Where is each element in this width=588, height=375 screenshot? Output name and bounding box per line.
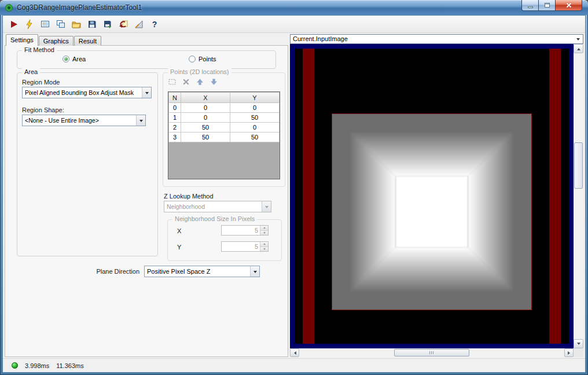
run-button[interactable]: [7, 17, 21, 31]
cell-row-index[interactable]: 3: [169, 133, 181, 142]
close-icon: [565, 2, 572, 8]
save-image-icon: [102, 19, 113, 30]
column-header-n[interactable]: N: [169, 93, 181, 103]
client-area: ? Settings Graphics Result Fit Method Ar…: [2, 15, 586, 373]
tab-graphics[interactable]: Graphics: [39, 36, 74, 46]
cell-x[interactable]: 50: [181, 123, 230, 133]
chevron-down-icon[interactable]: [136, 115, 145, 126]
image-source-combo[interactable]: Current.InputImage: [290, 34, 583, 44]
electric-icon: [24, 19, 35, 30]
execution-time: 3.998ms: [25, 362, 49, 369]
scroll-up-icon[interactable]: [574, 44, 583, 53]
titlebar[interactable]: Cog3DRangeImagePlaneEstimatorTool1: [0, 0, 588, 15]
tabstrip: Settings Graphics Result: [5, 34, 288, 46]
column-header-y[interactable]: Y: [230, 93, 280, 103]
area-group-label: Area: [22, 68, 40, 75]
tab-result[interactable]: Result: [74, 36, 101, 46]
range-plateau: [396, 177, 468, 247]
float-window-button[interactable]: [54, 17, 68, 31]
region-mode-combo[interactable]: Pixel Aligned Bounding Box Adjust Mask: [22, 87, 152, 98]
cell-y[interactable]: 0: [230, 103, 280, 113]
tab-settings[interactable]: Settings: [6, 34, 38, 46]
radio-points-label: Points: [199, 56, 216, 62]
plane-direction-combo[interactable]: Positive Pixel Space Z: [144, 266, 260, 277]
chevron-down-icon[interactable]: [142, 87, 151, 98]
points-table: N X Y 0 0 0: [168, 92, 280, 142]
neighborhood-x-value: 5: [222, 226, 260, 235]
cell-x[interactable]: 0: [181, 113, 230, 123]
plane-direction-label: Plane Direction: [79, 268, 139, 275]
range-stripe-right: [549, 49, 561, 344]
region-shape-value: <None - Use Entire Image>: [23, 115, 136, 126]
help-icon: ?: [152, 20, 157, 29]
neighborhood-x-label: X: [177, 227, 181, 234]
spin-up-icon[interactable]: [260, 242, 268, 247]
save-button[interactable]: [85, 17, 99, 31]
add-point-marquee-icon[interactable]: [168, 78, 177, 86]
cell-row-index[interactable]: 0: [169, 103, 181, 113]
window-title: Cog3DRangeImagePlaneEstimatorTool1: [17, 3, 142, 12]
save-icon: [87, 19, 97, 30]
scroll-left-icon[interactable]: [290, 348, 299, 357]
measure-button[interactable]: [132, 17, 146, 31]
spin-down-icon[interactable]: [260, 247, 268, 252]
spinner-buttons: [260, 242, 268, 251]
scrollbar-corner: [574, 348, 583, 357]
radio-points[interactable]: Points: [189, 56, 216, 62]
live-run-button[interactable]: [23, 17, 36, 31]
radio-area[interactable]: Area: [63, 56, 86, 62]
neighborhood-y-spinner[interactable]: 5: [221, 241, 269, 252]
move-up-icon[interactable]: [196, 78, 204, 86]
image-display-button[interactable]: [38, 17, 52, 31]
vertical-scrollbar[interactable]: [574, 44, 583, 348]
radio-area-label: Area: [72, 56, 86, 62]
cell-row-index[interactable]: 1: [169, 113, 181, 123]
chevron-down-icon[interactable]: [574, 35, 583, 43]
maximize-icon: [545, 3, 550, 8]
vertical-scroll-thumb[interactable]: [574, 142, 583, 189]
statusbar: 3.998ms 11.363ms: [3, 358, 585, 372]
cell-y[interactable]: 50: [230, 113, 280, 123]
scroll-down-icon[interactable]: [574, 339, 583, 348]
open-button[interactable]: [69, 17, 83, 31]
open-icon: [71, 19, 82, 30]
points-group-label: Points (2D locations): [168, 68, 231, 75]
z-lookup-combo[interactable]: Neighborhood: [164, 201, 271, 212]
close-button[interactable]: [556, 0, 582, 11]
image-window-icon: [40, 19, 50, 30]
minimize-icon: [528, 6, 533, 8]
cell-y[interactable]: 50: [230, 133, 280, 142]
region-shape-label: Region Shape:: [22, 106, 64, 113]
image-source-value: Current.InputImage: [291, 35, 574, 43]
chevron-down-icon[interactable]: [250, 266, 259, 277]
points-grid[interactable]: N X Y 0 0 0: [168, 91, 280, 179]
cell-x[interactable]: 0: [181, 103, 230, 113]
maximize-button[interactable]: [539, 0, 556, 11]
spin-up-icon[interactable]: [260, 226, 268, 231]
help-button[interactable]: ?: [148, 17, 161, 31]
region-shape-combo[interactable]: <None - Use Entire Image>: [22, 115, 146, 126]
range-stripe-left: [303, 49, 314, 344]
status-led-icon: [12, 362, 18, 369]
delete-point-icon[interactable]: [182, 78, 190, 86]
neighborhood-group-label: Neighborhood Size In Pixels: [172, 215, 257, 222]
table-row: 3 50 50: [169, 133, 280, 142]
radio-unselected-icon: [189, 56, 196, 62]
cell-y[interactable]: 0: [230, 123, 280, 133]
neighborhood-x-spinner[interactable]: 5: [221, 225, 269, 236]
spin-down-icon[interactable]: [260, 231, 268, 236]
cell-x[interactable]: 50: [181, 133, 230, 142]
scroll-right-icon[interactable]: [564, 348, 574, 357]
save-image-button[interactable]: [101, 17, 115, 31]
z-lookup-label: Z Lookup Method: [164, 193, 214, 200]
cell-row-index[interactable]: 2: [169, 123, 181, 133]
range-image-canvas[interactable]: [290, 44, 574, 348]
column-header-x[interactable]: X: [181, 93, 230, 103]
move-down-icon[interactable]: [210, 78, 218, 86]
horizontal-scrollbar[interactable]: [290, 348, 574, 357]
total-time: 11.363ms: [56, 362, 84, 369]
area-group: Area Region Mode Pixel Aligned Bounding …: [17, 72, 158, 256]
horizontal-scroll-thumb[interactable]: [394, 349, 469, 356]
reset-button[interactable]: [116, 17, 130, 31]
minimize-button[interactable]: [521, 0, 539, 11]
